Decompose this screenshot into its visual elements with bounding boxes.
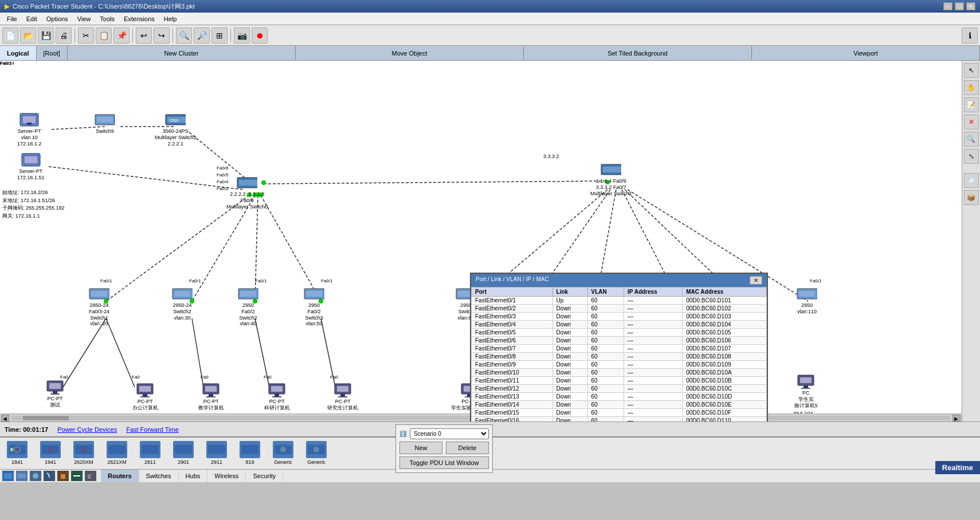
toolbar-separator-2 (132, 29, 133, 42)
switch-r5[interactable]: 2950vlan:110 (797, 285, 817, 315)
zoom-out-button[interactable]: 🔎 (194, 27, 210, 44)
device-2621xm[interactable]: 2621XM (102, 440, 132, 466)
fa0-pc: Fa0 (60, 375, 68, 380)
maximize-button[interactable]: □ (955, 2, 964, 10)
rs-complex[interactable]: 📦 (964, 190, 979, 205)
scroll-right[interactable]: ► (952, 415, 961, 421)
device-2901[interactable]: 2901 (168, 440, 198, 466)
ml-switch2[interactable]: 3560 3560-24PSMultilayer Switch22.2.2.1 (155, 111, 197, 147)
zoom-in-button[interactable]: 🔍 (176, 27, 192, 44)
realtime-badge: Realtime (935, 461, 980, 474)
cat-security[interactable]: Security (246, 470, 283, 482)
pc-test[interactable]: PC-PT测试 (45, 379, 65, 408)
paste-button[interactable]: 📌 (113, 27, 130, 44)
info-button[interactable]: ℹ (962, 27, 978, 44)
cat-routers[interactable]: Routers (101, 470, 139, 482)
device-819[interactable]: 819 (235, 440, 265, 466)
scroll-left[interactable]: ◄ (1, 415, 9, 421)
device-generic1[interactable]: Generic (268, 440, 298, 466)
rs-delete[interactable]: ✕ (964, 115, 979, 129)
rs-inspect[interactable]: 🔍 (964, 132, 979, 147)
cat-hubs[interactable]: Hubs (179, 470, 208, 482)
fast-forward-link[interactable]: Fast Forward Time (126, 426, 179, 433)
svg-rect-72 (143, 394, 147, 396)
server-172[interactable]: Server-PT172.16.1.51 (17, 151, 45, 181)
logical-view[interactable]: Logical (0, 46, 37, 60)
cat-routers-icon[interactable] (2, 471, 14, 481)
ml-switch0[interactable]: 2.2.2.2 1.1.1.3Fa0/5Multilayer Switch0 (226, 174, 268, 210)
open-button[interactable]: 📂 (20, 27, 36, 44)
delete-scenario-button[interactable]: Delete (446, 442, 489, 454)
info-panel-header: Port / Link / VLAN / IP / MAC ✕ (471, 274, 767, 287)
toggle-pdu-button[interactable]: Toggle PDU List Window (399, 456, 489, 469)
copy-button[interactable]: 📋 (96, 27, 112, 44)
cut-button[interactable]: ✂ (78, 27, 94, 44)
move-object-section[interactable]: Move Object (296, 46, 524, 60)
minimize-button[interactable]: — (943, 2, 952, 10)
table-row: FastEthernet0/3Down60—00D0.BC60.D103 (472, 313, 767, 321)
root-section[interactable]: [Root] (37, 46, 68, 60)
undo-button[interactable]: ↩ (136, 27, 152, 44)
device-2911[interactable]: 2911 (202, 440, 232, 466)
new-button[interactable]: 📄 (2, 27, 18, 44)
device-2620xm[interactable]: 2620XM (69, 440, 99, 466)
device-1941[interactable]: 1941 (36, 440, 65, 466)
close-button[interactable]: ✕ (966, 2, 975, 10)
menu-file[interactable]: File (2, 14, 22, 23)
menu-options[interactable]: Options (42, 14, 73, 23)
device-generic2[interactable]: Generic (301, 440, 331, 466)
switch1[interactable]: 2950-24Fa0/3-24Switch1vlan: 20 (89, 285, 109, 327)
power-button[interactable]: ⏺ (252, 27, 268, 44)
window-controls[interactable]: — □ ✕ (943, 2, 975, 10)
power-cycle-link[interactable]: Power Cycle Devices (57, 426, 117, 433)
cat-switches-icon[interactable] (16, 471, 28, 481)
new-scenario-button[interactable]: New (399, 442, 442, 454)
pc-research-icon (266, 381, 287, 399)
switch9[interactable]: Switch9 (95, 111, 115, 135)
cat-switches[interactable]: Switches (139, 470, 179, 482)
print-button[interactable]: 🖨 (56, 27, 72, 44)
svg-point-112 (33, 473, 38, 479)
redo-button[interactable]: ↪ (154, 27, 170, 44)
fit-button[interactable]: ⊞ (211, 27, 228, 44)
rs-select[interactable]: ↖ (964, 63, 979, 78)
switch-teach[interactable]: 2950-24Switch2vlan:30 (172, 285, 193, 321)
table-row: FastEthernet0/16Down60—00D0.BC60.D110 (472, 417, 767, 422)
table-row: FastEthernet0/10Down60—00D0.BC60.D10A (472, 369, 767, 377)
viewport-section[interactable]: Viewport (752, 46, 980, 60)
cat-wan-icon[interactable] (71, 471, 83, 481)
scenario-select[interactable]: Scenario 0 (410, 428, 489, 439)
device-2811[interactable]: 2811 (135, 440, 165, 466)
device-1841[interactable]: 1841 (2, 440, 32, 466)
port-fa0-4: Fa0/4 (217, 179, 228, 184)
menu-edit[interactable]: Edit (22, 14, 42, 23)
menu-help[interactable]: Help (159, 14, 182, 23)
menu-extensions[interactable]: Extensions (119, 14, 159, 23)
scroll-thumb[interactable] (23, 416, 69, 420)
rs-move[interactable]: ✋ (964, 80, 979, 95)
set-tiled-section[interactable]: Set Tiled Background (524, 46, 752, 60)
cat-security-icon[interactable] (57, 471, 69, 481)
cat-hubs-icon[interactable] (30, 471, 41, 481)
rs-pdu[interactable]: 📨 (964, 173, 979, 188)
fa0-pc2: Fa0 (132, 375, 140, 380)
cat-wireless[interactable]: Wireless (207, 470, 246, 482)
screenshot-button[interactable]: 📷 (234, 27, 250, 44)
new-cluster-section[interactable]: New Cluster (68, 46, 296, 60)
info-close-button[interactable]: ✕ (750, 276, 762, 285)
svg-point-100 (81, 447, 87, 452)
port-fa0-1-sw2: Fa0/1 (189, 278, 201, 283)
switch3[interactable]: 2950Fa0/2Switch3vlan:50 (304, 285, 324, 327)
server-vlan10[interactable]: Server-PTvlan 10172.16.1.2 (17, 111, 42, 147)
switch2[interactable]: 2950Fa0/2Switch2vlan:40 (238, 285, 258, 327)
menu-tools[interactable]: Tools (95, 14, 119, 23)
menu-view[interactable]: View (73, 14, 96, 23)
info-table-container[interactable]: Port Link VLAN IP Address MAC Address Fa… (471, 287, 767, 421)
rs-resize[interactable]: ⤡ (964, 149, 979, 164)
cat-wireless-icon[interactable] (44, 471, 55, 481)
network-canvas[interactable]: Fa0/1 Fa0/24 Fa0/1 Server-PTvlan 10172.1… (0, 61, 962, 421)
rs-note[interactable]: 📝 (964, 97, 979, 112)
cat-custom-icon[interactable]: C (85, 471, 96, 481)
ml-switch1[interactable]: 1.1.1.4 Fa0/93.3.3.2 Fa0/7Multilayer Swi… (590, 161, 632, 196)
save-button[interactable]: 💾 (38, 27, 54, 44)
